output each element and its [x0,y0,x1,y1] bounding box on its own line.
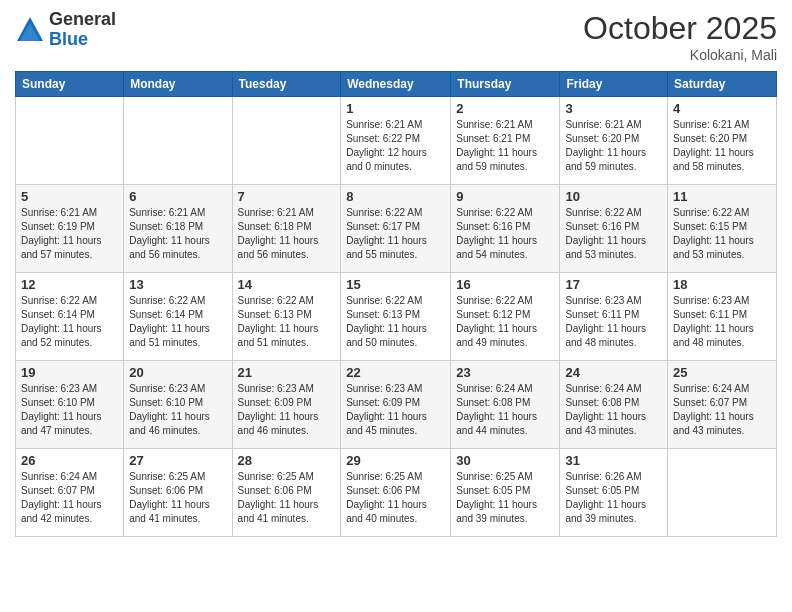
day-info: Sunrise: 6:25 AM Sunset: 6:06 PM Dayligh… [238,470,336,526]
calendar-cell: 25Sunrise: 6:24 AM Sunset: 6:07 PM Dayli… [668,361,777,449]
calendar-cell [232,97,341,185]
day-info: Sunrise: 6:26 AM Sunset: 6:05 PM Dayligh… [565,470,662,526]
calendar-cell: 17Sunrise: 6:23 AM Sunset: 6:11 PM Dayli… [560,273,668,361]
calendar-cell: 1Sunrise: 6:21 AM Sunset: 6:22 PM Daylig… [341,97,451,185]
calendar-cell [124,97,232,185]
day-info: Sunrise: 6:22 AM Sunset: 6:16 PM Dayligh… [565,206,662,262]
calendar-cell: 24Sunrise: 6:24 AM Sunset: 6:08 PM Dayli… [560,361,668,449]
weekday-header-thursday: Thursday [451,72,560,97]
day-number: 2 [456,101,554,116]
week-row-3: 19Sunrise: 6:23 AM Sunset: 6:10 PM Dayli… [16,361,777,449]
day-number: 22 [346,365,445,380]
day-info: Sunrise: 6:24 AM Sunset: 6:08 PM Dayligh… [456,382,554,438]
calendar-cell: 19Sunrise: 6:23 AM Sunset: 6:10 PM Dayli… [16,361,124,449]
day-info: Sunrise: 6:22 AM Sunset: 6:14 PM Dayligh… [21,294,118,350]
calendar-cell: 16Sunrise: 6:22 AM Sunset: 6:12 PM Dayli… [451,273,560,361]
day-number: 29 [346,453,445,468]
day-info: Sunrise: 6:22 AM Sunset: 6:14 PM Dayligh… [129,294,226,350]
calendar-cell: 28Sunrise: 6:25 AM Sunset: 6:06 PM Dayli… [232,449,341,537]
logo-general: General [49,9,116,29]
logo: General Blue [15,10,116,50]
location: Kolokani, Mali [583,47,777,63]
day-info: Sunrise: 6:24 AM Sunset: 6:07 PM Dayligh… [21,470,118,526]
calendar-cell: 23Sunrise: 6:24 AM Sunset: 6:08 PM Dayli… [451,361,560,449]
calendar-cell: 15Sunrise: 6:22 AM Sunset: 6:13 PM Dayli… [341,273,451,361]
day-info: Sunrise: 6:21 AM Sunset: 6:18 PM Dayligh… [238,206,336,262]
day-info: Sunrise: 6:23 AM Sunset: 6:10 PM Dayligh… [21,382,118,438]
calendar-cell: 13Sunrise: 6:22 AM Sunset: 6:14 PM Dayli… [124,273,232,361]
day-number: 19 [21,365,118,380]
calendar-cell: 30Sunrise: 6:25 AM Sunset: 6:05 PM Dayli… [451,449,560,537]
calendar-cell: 31Sunrise: 6:26 AM Sunset: 6:05 PM Dayli… [560,449,668,537]
day-info: Sunrise: 6:21 AM Sunset: 6:20 PM Dayligh… [565,118,662,174]
month-title: October 2025 [583,10,777,47]
day-info: Sunrise: 6:21 AM Sunset: 6:20 PM Dayligh… [673,118,771,174]
day-info: Sunrise: 6:23 AM Sunset: 6:10 PM Dayligh… [129,382,226,438]
day-number: 5 [21,189,118,204]
day-info: Sunrise: 6:24 AM Sunset: 6:08 PM Dayligh… [565,382,662,438]
day-info: Sunrise: 6:22 AM Sunset: 6:13 PM Dayligh… [238,294,336,350]
day-info: Sunrise: 6:25 AM Sunset: 6:06 PM Dayligh… [129,470,226,526]
calendar-cell: 21Sunrise: 6:23 AM Sunset: 6:09 PM Dayli… [232,361,341,449]
logo-blue: Blue [49,29,88,49]
calendar-cell: 11Sunrise: 6:22 AM Sunset: 6:15 PM Dayli… [668,185,777,273]
calendar-cell: 2Sunrise: 6:21 AM Sunset: 6:21 PM Daylig… [451,97,560,185]
day-number: 9 [456,189,554,204]
calendar-cell: 5Sunrise: 6:21 AM Sunset: 6:19 PM Daylig… [16,185,124,273]
weekday-header-tuesday: Tuesday [232,72,341,97]
day-number: 23 [456,365,554,380]
day-number: 17 [565,277,662,292]
day-info: Sunrise: 6:21 AM Sunset: 6:18 PM Dayligh… [129,206,226,262]
day-number: 6 [129,189,226,204]
day-number: 24 [565,365,662,380]
calendar-cell: 22Sunrise: 6:23 AM Sunset: 6:09 PM Dayli… [341,361,451,449]
day-number: 26 [21,453,118,468]
day-number: 21 [238,365,336,380]
day-number: 20 [129,365,226,380]
day-info: Sunrise: 6:21 AM Sunset: 6:19 PM Dayligh… [21,206,118,262]
day-number: 27 [129,453,226,468]
day-info: Sunrise: 6:23 AM Sunset: 6:09 PM Dayligh… [346,382,445,438]
logo-icon [15,15,45,45]
week-row-4: 26Sunrise: 6:24 AM Sunset: 6:07 PM Dayli… [16,449,777,537]
day-number: 25 [673,365,771,380]
day-info: Sunrise: 6:23 AM Sunset: 6:11 PM Dayligh… [565,294,662,350]
day-number: 7 [238,189,336,204]
logo-text: General Blue [49,10,116,50]
day-info: Sunrise: 6:21 AM Sunset: 6:22 PM Dayligh… [346,118,445,174]
day-info: Sunrise: 6:22 AM Sunset: 6:12 PM Dayligh… [456,294,554,350]
day-number: 18 [673,277,771,292]
week-row-0: 1Sunrise: 6:21 AM Sunset: 6:22 PM Daylig… [16,97,777,185]
day-info: Sunrise: 6:25 AM Sunset: 6:06 PM Dayligh… [346,470,445,526]
week-row-2: 12Sunrise: 6:22 AM Sunset: 6:14 PM Dayli… [16,273,777,361]
day-info: Sunrise: 6:24 AM Sunset: 6:07 PM Dayligh… [673,382,771,438]
day-number: 31 [565,453,662,468]
day-info: Sunrise: 6:22 AM Sunset: 6:15 PM Dayligh… [673,206,771,262]
calendar-cell: 27Sunrise: 6:25 AM Sunset: 6:06 PM Dayli… [124,449,232,537]
day-info: Sunrise: 6:25 AM Sunset: 6:05 PM Dayligh… [456,470,554,526]
weekday-header-wednesday: Wednesday [341,72,451,97]
weekday-header-monday: Monday [124,72,232,97]
calendar-cell: 9Sunrise: 6:22 AM Sunset: 6:16 PM Daylig… [451,185,560,273]
page: General Blue October 2025 Kolokani, Mali… [0,0,792,612]
calendar: SundayMondayTuesdayWednesdayThursdayFrid… [15,71,777,537]
calendar-cell: 26Sunrise: 6:24 AM Sunset: 6:07 PM Dayli… [16,449,124,537]
weekday-header-row: SundayMondayTuesdayWednesdayThursdayFrid… [16,72,777,97]
day-number: 11 [673,189,771,204]
title-block: October 2025 Kolokani, Mali [583,10,777,63]
day-number: 12 [21,277,118,292]
day-info: Sunrise: 6:23 AM Sunset: 6:09 PM Dayligh… [238,382,336,438]
day-number: 1 [346,101,445,116]
calendar-cell: 14Sunrise: 6:22 AM Sunset: 6:13 PM Dayli… [232,273,341,361]
day-number: 8 [346,189,445,204]
day-number: 14 [238,277,336,292]
day-number: 4 [673,101,771,116]
header: General Blue October 2025 Kolokani, Mali [15,10,777,63]
day-number: 10 [565,189,662,204]
day-number: 13 [129,277,226,292]
day-number: 15 [346,277,445,292]
calendar-cell: 10Sunrise: 6:22 AM Sunset: 6:16 PM Dayli… [560,185,668,273]
calendar-cell [668,449,777,537]
week-row-1: 5Sunrise: 6:21 AM Sunset: 6:19 PM Daylig… [16,185,777,273]
day-info: Sunrise: 6:23 AM Sunset: 6:11 PM Dayligh… [673,294,771,350]
